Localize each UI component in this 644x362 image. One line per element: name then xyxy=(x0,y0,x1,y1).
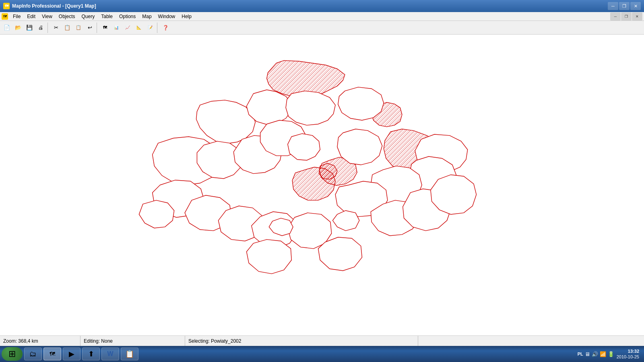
copy-button[interactable]: 📋 xyxy=(62,23,72,33)
taskbar: ⊞ 🗂 🗺 ▶ ⬆ W 📋 PL 🖥 🔊 📶 🔋 13:32 2010-10-2… xyxy=(0,346,644,362)
word-icon: W xyxy=(107,350,113,358)
layout-button[interactable]: 📐 xyxy=(134,23,144,33)
map-button[interactable]: 🗺 xyxy=(100,23,110,33)
menu-view[interactable]: View xyxy=(39,13,56,20)
taskbar-explorer[interactable]: 🗂 xyxy=(24,348,42,360)
undo-button[interactable]: ↩ xyxy=(85,23,95,33)
clock-time: 13:32 xyxy=(617,348,639,354)
taskbar-mapinfo[interactable]: 🗺 xyxy=(43,348,61,360)
taskbar-right: PL 🖥 🔊 📶 🔋 13:32 2010-10-25 xyxy=(578,348,642,360)
graph-button[interactable]: 📈 xyxy=(122,23,133,33)
menu-map[interactable]: Map xyxy=(139,13,155,20)
clock-display: 13:32 2010-10-25 xyxy=(617,348,639,360)
title-bar-left: 🗺 MapInfo Professional - [Query1 Map] xyxy=(3,3,96,9)
menu-table[interactable]: Table xyxy=(98,13,116,20)
menu-window[interactable]: Window xyxy=(155,13,179,20)
start-button[interactable]: ⊞ xyxy=(2,347,23,361)
selecting-label: Selecting: Powiaty_2002 xyxy=(188,338,241,344)
explorer-icon: 🗂 xyxy=(29,350,37,358)
lang-indicator: PL xyxy=(578,352,583,356)
editing-label: Editing: None xyxy=(84,338,113,344)
close-button[interactable]: ✕ xyxy=(630,2,641,10)
inner-minimize-button[interactable]: ─ xyxy=(610,12,621,21)
map-area[interactable] xyxy=(0,35,644,335)
toolbar-sep-3 xyxy=(157,23,159,33)
menu-file[interactable]: File xyxy=(10,13,24,20)
app-icon: 🗺 xyxy=(3,3,10,9)
zoom-status: Zoom: 368,4 km xyxy=(0,336,80,346)
upload-icon: ⬆ xyxy=(88,350,94,358)
menu-bar: 🗺 File Edit View Objects Query Table Opt… xyxy=(0,12,644,21)
print-button[interactable]: 🖨 xyxy=(35,23,46,33)
wifi-icon: 📶 xyxy=(600,351,606,357)
taskbar-word[interactable]: W xyxy=(101,348,119,360)
windows-logo-icon: ⊞ xyxy=(8,349,16,359)
menu-edit[interactable]: Edit xyxy=(24,13,39,20)
save-button[interactable]: 💾 xyxy=(24,23,35,33)
cut-button[interactable]: ✂ xyxy=(51,23,61,33)
clock-date: 2010-10-25 xyxy=(617,354,639,360)
taskbar-media[interactable]: ▶ xyxy=(63,348,80,360)
browser-button[interactable]: 📊 xyxy=(111,23,122,33)
help-button[interactable]: ❓ xyxy=(160,23,171,33)
clipboard-icon: 📋 xyxy=(125,350,134,358)
menu-objects[interactable]: Objects xyxy=(56,13,78,20)
media-icon: ▶ xyxy=(69,350,74,358)
new-button[interactable]: 📄 xyxy=(2,23,12,33)
menu-window-controls: ─ ❐ ✕ xyxy=(610,12,642,21)
restore-button[interactable]: ❐ xyxy=(619,2,630,10)
menu-options[interactable]: Options xyxy=(116,13,139,20)
status-bar: Zoom: 368,4 km Editing: None Selecting: … xyxy=(0,335,644,346)
taskbar-app5[interactable]: 📋 xyxy=(121,348,138,360)
open-button[interactable]: 📂 xyxy=(13,23,23,33)
toolbar: 📄 📂 💾 🖨 ✂ 📋 📋 ↩ 🗺 📊 📈 📐 📝 ❓ xyxy=(0,21,644,35)
inner-close-button[interactable]: ✕ xyxy=(632,12,642,21)
legend-button[interactable]: 📝 xyxy=(145,23,155,33)
menu-app-icon: 🗺 xyxy=(2,13,8,20)
paste-button[interactable]: 📋 xyxy=(73,23,84,33)
title-bar-controls: ─ ❐ ✕ xyxy=(608,2,641,10)
battery-icon: 🔋 xyxy=(608,351,614,357)
editing-status: Editing: None xyxy=(80,336,185,346)
system-tray-icons: PL 🖥 🔊 📶 🔋 xyxy=(578,351,614,357)
window-title: MapInfo Professional - [Query1 Map] xyxy=(12,3,96,9)
volume-icon: 🔊 xyxy=(592,351,598,357)
map-svg xyxy=(0,35,644,335)
taskbar-app3[interactable]: ⬆ xyxy=(82,348,100,360)
menu-help[interactable]: Help xyxy=(178,13,195,20)
zoom-label: Zoom: 368,4 km xyxy=(3,338,38,344)
toolbar-sep-1 xyxy=(47,23,49,33)
inner-restore-button[interactable]: ❐ xyxy=(621,12,632,21)
network-icon: 🖥 xyxy=(585,351,590,357)
title-bar: 🗺 MapInfo Professional - [Query1 Map] ─ … xyxy=(0,0,644,12)
mapinfo-taskbar-icon: 🗺 xyxy=(50,351,55,357)
menu-query[interactable]: Query xyxy=(78,13,98,20)
toolbar-sep-2 xyxy=(97,23,98,33)
selecting-status: Selecting: Powiaty_2002 xyxy=(185,336,418,346)
minimize-button[interactable]: ─ xyxy=(608,2,618,10)
